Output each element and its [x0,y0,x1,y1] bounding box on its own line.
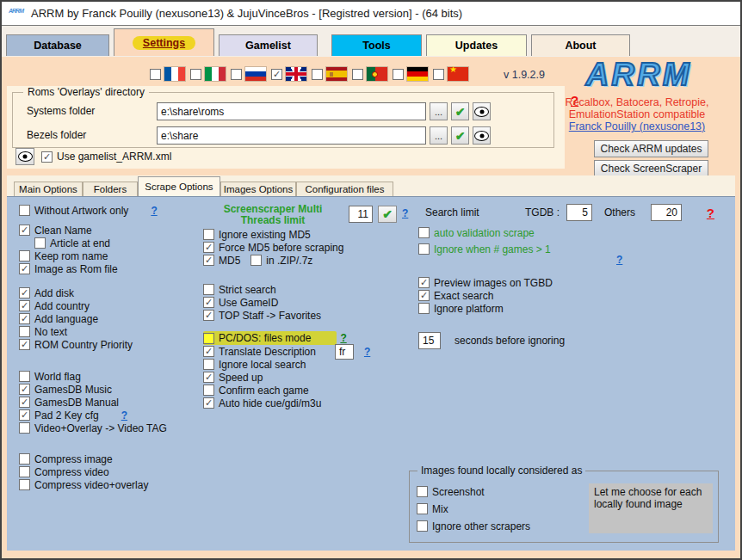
option-use-gamelist-arrm-xml[interactable]: ✓Use gamelist_ARRM.xml [41,151,171,163]
option-image-as-rom-file[interactable]: ✓Image as Rom file [19,262,201,275]
language-checkbox-spain[interactable] [312,69,323,80]
help-link-without-artwork-only[interactable]: ? [151,205,157,217]
option-add-country[interactable]: ✓Add country [19,299,201,312]
option-ignore-when-games-1[interactable]: Ignore when # games > 1 [418,243,718,255]
bezels-view-button[interactable] [473,126,491,145]
option-use-gameid[interactable]: ✓Use GameID [203,296,410,309]
option-rom-country-priority[interactable]: ✓ROM Country Priority [19,338,201,351]
tab-gamelist[interactable]: Gamelist [219,34,318,56]
option-compress-video[interactable]: Compress video [19,465,201,478]
threads-limit-input[interactable]: 11 [349,206,373,223]
check-arrm-updates-button[interactable]: Check ARRM updates [594,140,708,157]
checkbox-add-country[interactable]: ✓ [19,300,30,311]
checkbox-keep-rom-name[interactable] [19,250,30,262]
checkbox-ignore-local-search[interactable] [203,359,214,370]
tgdb-limit-input[interactable]: 5 [566,204,592,221]
checkbox-compress-image[interactable] [19,453,30,465]
threads-help-link[interactable]: ? [402,207,408,219]
language-checkbox-russia[interactable] [231,69,242,80]
checkbox-video-overlay-video-tag[interactable] [19,422,30,434]
tab-tools[interactable]: Tools [331,34,422,56]
language-checkbox-uk[interactable]: ✓ [271,69,282,80]
checkbox-force-md5-before-scraping[interactable]: ✓ [203,242,214,253]
bezels-folder-input[interactable]: e:\share [157,126,426,145]
checkbox-article-at-end[interactable] [34,237,46,249]
tab-database[interactable]: Database [6,34,109,56]
check-screenscraper-button[interactable]: Check ScreenScraper [594,160,708,177]
option-ignore-platform[interactable]: Ignore platform [418,302,718,315]
checkbox-speed-up[interactable]: ✓ [203,372,214,383]
option-gamesdb-manual[interactable]: ✓GamesDB Manual [19,396,201,409]
checkbox-add-disk[interactable]: ✓ [19,287,30,298]
option-auto-validation-scrape[interactable]: auto validation scrape [418,226,718,239]
subtab-configuration-files[interactable]: Configuration files [296,182,393,196]
option-keep-rom-name[interactable]: Keep rom name [19,249,201,262]
checkbox-auto-hide-cue-gdi-m3u[interactable]: ✓ [203,397,214,409]
option-pc-dos-files-mode[interactable]: PC/DOS: files mode? [203,331,337,345]
option-speed-up[interactable]: ✓Speed up [203,371,410,384]
checkbox-ignore-platform[interactable] [418,303,430,314]
checkbox-no-text[interactable] [19,326,30,337]
help-link-pad-2-key-cfg[interactable]: ? [121,409,127,422]
language-checkbox-china[interactable] [433,69,444,80]
option-strict-search[interactable]: Strict search [203,283,410,296]
option-exact-search[interactable]: ✓Exact search [418,289,718,302]
checkbox-in-zip-7z[interactable] [250,255,262,266]
language-checkbox-italy[interactable] [190,69,201,80]
checkbox-compress-video-overlay[interactable] [19,479,30,490]
checkbox-without-artwork-only[interactable] [19,205,30,216]
search-limit-help-link[interactable]: ? [707,206,714,220]
option-world-flag[interactable]: World flag [19,370,201,383]
bezels-validate-button[interactable]: ✔ [451,126,469,145]
systems-browse-button[interactable]: ... [430,102,448,120]
help-link-translate-description[interactable]: ? [364,346,370,358]
checkbox-use-gameid[interactable]: ✓ [203,297,214,308]
checkbox-screenshot[interactable] [417,486,428,497]
checkbox-strict-search[interactable] [203,284,214,295]
systems-folder-input[interactable]: e:\share\roms [157,102,426,120]
checkbox-ignore-existing-md5[interactable] [203,229,214,240]
option-top-staff-favorites[interactable]: ✓TOP Staff -> Favorites [203,309,410,322]
option-video-overlay-video-tag[interactable]: Video+Overlay -> Video TAG [19,422,201,434]
option-compress-image[interactable]: Compress image [19,452,201,465]
subtab-scrape-options[interactable]: Scrape Options [138,176,220,196]
option-ignore-other-scrapers[interactable]: Ignore other scrapers [417,520,530,532]
option-clean-name[interactable]: ✓Clean Name [19,224,201,237]
checkbox-top-staff-favorites[interactable]: ✓ [203,310,214,321]
checkbox-world-flag[interactable] [19,371,30,382]
checkbox-gamesdb-music[interactable]: ✓ [19,384,30,395]
subtab-images-options[interactable]: Images Options [220,182,296,196]
checkbox-use-gamelist-arrm-xml[interactable]: ✓ [41,151,53,163]
subtab-main-options[interactable]: Main Options [14,182,83,196]
checkbox-auto-validation-scrape[interactable] [418,227,430,238]
checkbox-image-as-rom-file[interactable]: ✓ [19,263,30,274]
gamelist-view-button[interactable] [15,148,34,165]
ignore-seconds-input[interactable]: 15 [418,332,441,349]
option-screenshot[interactable]: Screenshot [417,485,530,498]
checkbox-ignore-other-scrapers[interactable] [417,520,428,532]
checkbox-pc-dos-files-mode[interactable] [203,333,214,344]
option-preview-images-on-tgbd[interactable]: ✓Preview images on TGBD [418,276,718,289]
language-checkbox-germany[interactable] [393,69,404,80]
checkbox-compress-video[interactable] [19,466,30,477]
threads-validate-button[interactable]: ✔ [378,206,397,223]
option-translate-description[interactable]: ✓Translate Descriptionfr? [203,345,410,358]
checkbox-exact-search[interactable]: ✓ [418,290,430,301]
option-ignore-existing-md5[interactable]: Ignore existing MD5 [203,228,410,241]
others-limit-input[interactable]: 20 [651,204,682,221]
option-md5[interactable]: ✓MD5in .ZIP/.7z [203,254,410,267]
option-without-artwork-only[interactable]: Without Artwork only? [19,204,201,217]
checkbox-translate-description[interactable]: ✓ [203,346,214,357]
input-translate-description[interactable]: fr [335,344,354,360]
option-force-md5-before-scraping[interactable]: ✓Force MD5 before scraping [203,241,410,254]
systems-validate-button[interactable]: ✔ [451,102,469,120]
checkbox-clean-name[interactable]: ✓ [19,225,30,236]
checkbox-add-language[interactable]: ✓ [19,313,30,324]
checkbox-md5[interactable]: ✓ [203,255,214,266]
checkbox-ignore-when-games-1[interactable] [418,243,430,255]
tab-settings[interactable]: Settings [114,28,214,56]
option-confirm-each-game[interactable]: Confirm each game [203,384,410,397]
option-add-disk[interactable]: ✓Add disk [19,286,201,299]
option-add-language[interactable]: ✓Add language [19,312,201,325]
checkbox-mix[interactable] [417,503,428,514]
